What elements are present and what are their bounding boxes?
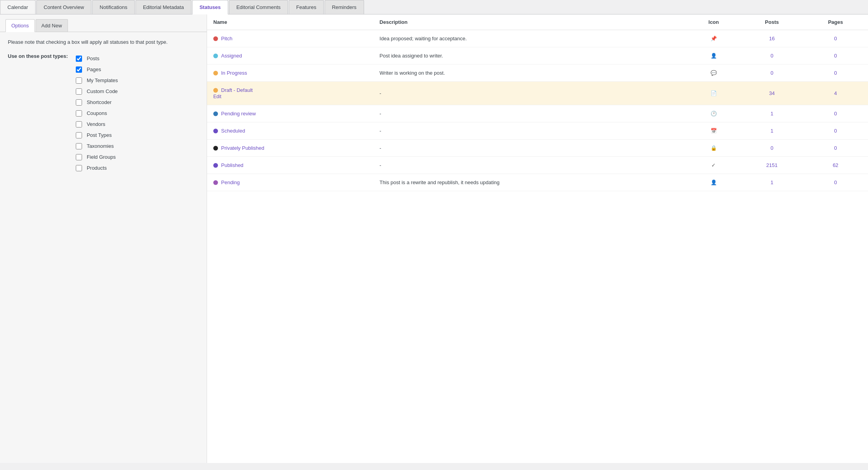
status-posts-pitch: 16 xyxy=(741,30,803,47)
table-row: PendingThis post is a rewrite and republ… xyxy=(207,174,868,191)
status-pages-in-progress: 0 xyxy=(803,65,868,82)
checkbox-label-shortcoder: Shortcoder xyxy=(87,99,112,105)
status-name-cell-published: Published xyxy=(207,157,373,174)
checkbox-custom-code[interactable] xyxy=(76,88,82,95)
right-panel: Name Description Icon Posts Pages PitchI… xyxy=(207,14,868,463)
table-row: PitchIdea proposed; waiting for acceptan… xyxy=(207,30,868,47)
tab-features[interactable]: Features xyxy=(289,0,323,14)
status-dot-in-progress xyxy=(213,71,218,75)
status-dot-scheduled xyxy=(213,129,218,133)
status-desc-pending: This post is a rewrite and republish, it… xyxy=(373,174,687,191)
status-link-in-progress[interactable]: In Progress xyxy=(213,70,367,76)
status-icon-pending: 👤 xyxy=(686,174,741,191)
status-desc-scheduled: - xyxy=(373,122,687,140)
checkbox-label-products: Products xyxy=(87,165,107,171)
status-name-cell-scheduled: Scheduled xyxy=(207,122,373,140)
status-label-privately-published: Privately Published xyxy=(221,145,264,151)
tab-reminders[interactable]: Reminders xyxy=(325,0,364,14)
list-item-vendors: Vendors xyxy=(76,119,118,130)
status-label-pending: Pending xyxy=(221,179,240,185)
status-icon-pending-review: 🕐 xyxy=(686,105,741,122)
checkbox-label-custom-code: Custom Code xyxy=(87,88,118,94)
status-icon-published: ✓ xyxy=(686,157,741,174)
status-dot-pending-review xyxy=(213,111,218,116)
options-tabs: OptionsAdd New xyxy=(0,14,207,32)
status-posts-published: 2151 xyxy=(741,157,803,174)
tabs-bar: CalendarContent OverviewNotificationsEdi… xyxy=(0,0,868,14)
list-item-post-types: Post Types xyxy=(76,130,118,141)
status-dot-published xyxy=(213,163,218,168)
checkbox-label-vendors: Vendors xyxy=(87,121,105,127)
checkbox-shortcoder[interactable] xyxy=(76,99,82,106)
tab-notifications[interactable]: Notifications xyxy=(92,0,135,14)
checkbox-taxonomies[interactable] xyxy=(76,143,82,149)
edit-link-draft[interactable]: Edit xyxy=(213,94,367,99)
options-tab-add-new[interactable]: Add New xyxy=(36,19,68,32)
tab-calendar[interactable]: Calendar xyxy=(0,0,36,14)
post-types-label: Use on these post types: xyxy=(8,53,68,59)
options-tab-options[interactable]: Options xyxy=(5,19,35,32)
checkbox-vendors[interactable] xyxy=(76,121,82,127)
col-header-icon: Icon xyxy=(686,14,741,30)
list-item-shortcoder: Shortcoder xyxy=(76,97,118,108)
checkbox-my-templates[interactable] xyxy=(76,77,82,84)
status-link-published[interactable]: Published xyxy=(213,162,367,168)
left-panel-body: Please note that checking a box will app… xyxy=(0,32,207,180)
col-header-description: Description xyxy=(373,14,687,30)
col-header-posts: Posts xyxy=(741,14,803,30)
col-header-pages: Pages xyxy=(803,14,868,30)
status-link-pitch[interactable]: Pitch xyxy=(213,36,367,41)
notice-text: Please note that checking a box will app… xyxy=(8,38,199,46)
list-item-posts: Posts xyxy=(76,53,118,64)
checkbox-pages[interactable] xyxy=(76,66,82,73)
tab-statuses[interactable]: Statuses xyxy=(192,0,228,14)
list-item-pages: Pages xyxy=(76,64,118,75)
table-row: Scheduled-📅10 xyxy=(207,122,868,140)
status-name-cell-pitch: Pitch xyxy=(207,30,373,47)
status-name-cell-privately-published: Privately Published xyxy=(207,140,373,157)
status-name-cell-draft: Draft - DefaultEdit xyxy=(207,82,373,105)
checkbox-label-pages: Pages xyxy=(87,66,101,72)
status-label-in-progress: In Progress xyxy=(221,70,247,76)
status-label-published: Published xyxy=(221,162,243,168)
checkbox-coupons[interactable] xyxy=(76,110,82,117)
tab-editorial-metadata[interactable]: Editorial Metadata xyxy=(136,0,191,14)
tab-content-overview[interactable]: Content Overview xyxy=(36,0,91,14)
checkbox-post-types[interactable] xyxy=(76,132,82,138)
status-pages-assigned: 0 xyxy=(803,47,868,65)
statuses-table: Name Description Icon Posts Pages PitchI… xyxy=(207,14,868,191)
status-link-pending[interactable]: Pending xyxy=(213,179,367,185)
status-name-cell-pending: Pending xyxy=(207,174,373,191)
status-label-assigned: Assigned xyxy=(221,53,242,59)
status-desc-in-progress: Writer is working on the post. xyxy=(373,65,687,82)
tab-editorial-comments[interactable]: Editorial Comments xyxy=(229,0,288,14)
checkbox-label-my-templates: My Templates xyxy=(87,77,118,83)
status-label-draft: Draft - Default xyxy=(221,87,253,93)
status-posts-pending-review: 1 xyxy=(741,105,803,122)
checkbox-products[interactable] xyxy=(76,165,82,171)
status-icon-draft: 📄 xyxy=(686,82,741,105)
status-posts-assigned: 0 xyxy=(741,47,803,65)
checkbox-field-groups[interactable] xyxy=(76,154,82,160)
table-row: Pending review-🕐10 xyxy=(207,105,868,122)
checkbox-label-field-groups: Field Groups xyxy=(87,154,116,160)
status-link-pending-review[interactable]: Pending review xyxy=(213,111,367,117)
list-item-taxonomies: Taxonomies xyxy=(76,141,118,152)
list-item-my-templates: My Templates xyxy=(76,75,118,86)
status-label-scheduled: Scheduled xyxy=(221,128,245,134)
status-link-privately-published[interactable]: Privately Published xyxy=(213,145,367,151)
status-name-cell-assigned: Assigned xyxy=(207,47,373,65)
status-posts-in-progress: 0 xyxy=(741,65,803,82)
status-link-draft[interactable]: Draft - Default xyxy=(213,87,367,93)
main-content: OptionsAdd New Please note that checking… xyxy=(0,14,868,463)
table-row: Draft - DefaultEdit-📄344 xyxy=(207,82,868,105)
status-icon-in-progress: 💬 xyxy=(686,65,741,82)
checkbox-posts[interactable] xyxy=(76,56,82,62)
status-name-cell-pending-review: Pending review xyxy=(207,105,373,122)
status-pages-draft: 4 xyxy=(803,82,868,105)
status-link-assigned[interactable]: Assigned xyxy=(213,53,367,59)
status-dot-privately-published xyxy=(213,146,218,151)
status-link-scheduled[interactable]: Scheduled xyxy=(213,128,367,134)
list-item-custom-code: Custom Code xyxy=(76,86,118,97)
status-pages-published: 62 xyxy=(803,157,868,174)
